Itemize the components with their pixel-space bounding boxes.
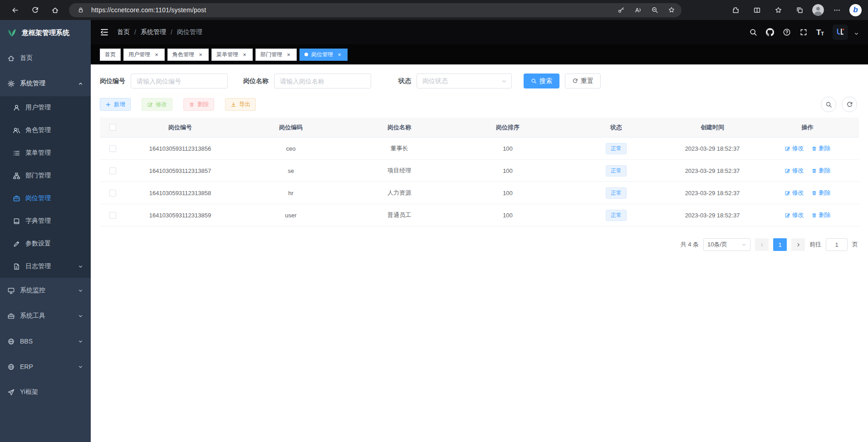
- extensions-icon[interactable]: [727, 2, 744, 18]
- sidebar: 意框架管理系统 首页 系统管理 用户管理: [0, 20, 91, 442]
- row-checkbox[interactable]: [109, 167, 116, 174]
- row-checkbox[interactable]: [109, 212, 116, 219]
- sidebar-item-tools[interactable]: 系统工具: [0, 303, 91, 329]
- fullscreen-icon[interactable]: [799, 28, 808, 36]
- help-icon[interactable]: [783, 28, 791, 36]
- sidebar-toggle-icon[interactable]: [100, 28, 109, 37]
- sidebar-item-monitor[interactable]: 系统监控: [0, 278, 91, 303]
- read-aloud-icon[interactable]: [632, 4, 644, 16]
- github-icon[interactable]: [766, 28, 774, 36]
- status-badge: 正常: [606, 210, 627, 221]
- search-icon[interactable]: [749, 28, 757, 36]
- status-select[interactable]: 岗位状态: [417, 74, 512, 88]
- chevron-left-icon: [760, 242, 765, 247]
- sidebar-item-dept-mgmt[interactable]: 部门管理: [0, 164, 91, 187]
- sidebar-item-home[interactable]: 首页: [0, 45, 91, 71]
- add-button[interactable]: 新增: [100, 98, 131, 111]
- tab-close-icon[interactable]: ×: [285, 51, 292, 58]
- refresh-icon: [31, 6, 39, 14]
- tab-close-icon[interactable]: ×: [153, 51, 160, 58]
- sidebar-item-menu-mgmt[interactable]: 菜单管理: [0, 142, 91, 164]
- sidebar-item-post-mgmt[interactable]: 岗位管理: [0, 187, 91, 210]
- tab-menu-mgmt[interactable]: 菜单管理×: [211, 49, 253, 61]
- next-page-button[interactable]: [791, 238, 805, 251]
- reset-button[interactable]: 重置: [565, 74, 601, 88]
- sidebar-item-yi-framework[interactable]: Yi框架: [0, 379, 91, 405]
- goto-page-input[interactable]: [826, 238, 848, 251]
- sidebar-item-param-settings[interactable]: 参数设置: [0, 232, 91, 255]
- user-avatar[interactable]: [833, 25, 848, 40]
- post-id-input[interactable]: [131, 74, 228, 88]
- copilot-icon[interactable]: b: [849, 4, 862, 16]
- caret-down-icon[interactable]: [854, 31, 859, 36]
- delete-icon: [811, 212, 817, 218]
- refresh-icon: [572, 78, 578, 84]
- tab-user-mgmt[interactable]: 用户管理×: [123, 49, 165, 61]
- delete-link[interactable]: 删除: [811, 189, 831, 197]
- refresh-table-button[interactable]: [842, 97, 857, 112]
- header-actions: TT: [749, 25, 859, 40]
- edit-link[interactable]: 修改: [785, 189, 804, 197]
- tab-home[interactable]: 首页: [100, 49, 121, 61]
- status-badge: 正常: [606, 165, 627, 177]
- page-size-select[interactable]: 10条/页: [703, 238, 750, 251]
- password-key-icon[interactable]: [615, 4, 628, 16]
- breadcrumb-home[interactable]: 首页: [117, 28, 130, 36]
- table-row: 1641030593112313858 hr 人力资源 100 正常 2023-…: [100, 182, 859, 204]
- page-number-current[interactable]: 1: [773, 238, 787, 251]
- sidebar-item-erp[interactable]: ERP: [0, 354, 91, 379]
- text-size-icon[interactable]: TT: [816, 29, 824, 36]
- back-button[interactable]: [6, 2, 24, 18]
- post-name-label: 岗位名称: [243, 77, 269, 85]
- sidebar-item-log-mgmt[interactable]: 日志管理: [0, 255, 91, 278]
- site-info-lock-icon[interactable]: [74, 4, 87, 16]
- toggle-search-button[interactable]: [821, 97, 836, 112]
- edit-link[interactable]: 修改: [785, 167, 804, 175]
- cell-post-code: hr: [235, 190, 347, 196]
- sidebar-item-role-mgmt[interactable]: 角色管理: [0, 119, 91, 142]
- edit-link[interactable]: 修改: [785, 144, 804, 152]
- gear-icon: [7, 80, 15, 88]
- tab-close-icon[interactable]: ×: [197, 51, 204, 58]
- delete-link[interactable]: 删除: [811, 144, 831, 152]
- tab-dept-mgmt[interactable]: 部门管理×: [255, 49, 297, 61]
- column-header-post-sort: 岗位排序: [452, 123, 564, 132]
- edit-button[interactable]: 修改: [142, 98, 172, 111]
- table-row: 1641030593112313856 ceo 董事长 100 正常 2023-…: [100, 138, 859, 160]
- tab-close-icon[interactable]: ×: [241, 51, 248, 58]
- row-checkbox[interactable]: [109, 145, 116, 152]
- delete-link[interactable]: 删除: [811, 211, 831, 219]
- sidebar-item-label: 系统监控: [20, 286, 45, 295]
- sidebar-item-system-mgmt[interactable]: 系统管理: [0, 71, 91, 96]
- add-favorite-star-icon[interactable]: [665, 4, 678, 16]
- sidebar-item-bbs[interactable]: BBS: [0, 329, 91, 354]
- post-name-input[interactable]: [274, 74, 371, 88]
- search-button[interactable]: 搜索: [524, 74, 559, 88]
- sidebar-item-dict-mgmt[interactable]: 字典管理: [0, 210, 91, 232]
- tab-post-mgmt[interactable]: 岗位管理×: [299, 49, 348, 61]
- profile-avatar[interactable]: [812, 4, 824, 16]
- tab-role-mgmt[interactable]: 角色管理×: [167, 49, 209, 61]
- more-menu-icon[interactable]: [828, 2, 845, 18]
- breadcrumb-system[interactable]: 系统管理: [141, 28, 166, 36]
- export-button[interactable]: 导出: [225, 98, 256, 111]
- delete-button[interactable]: 删除: [183, 98, 214, 111]
- favorites-icon[interactable]: [770, 2, 787, 18]
- delete-link[interactable]: 删除: [811, 167, 831, 175]
- cell-created: 2023-03-29 18:52:37: [669, 167, 756, 174]
- row-checkbox[interactable]: [109, 190, 116, 196]
- collections-icon[interactable]: [791, 2, 808, 18]
- address-bar[interactable]: https://ccnetcore.com:1101/system/post: [69, 3, 682, 17]
- split-screen-icon[interactable]: [748, 2, 765, 18]
- zoom-icon[interactable]: [648, 4, 661, 16]
- prev-page-button[interactable]: [755, 238, 769, 251]
- home-button[interactable]: [46, 2, 64, 18]
- search-icon: [531, 78, 537, 84]
- column-header-post-id: 岗位编号: [125, 123, 235, 132]
- refresh-button[interactable]: [26, 2, 44, 18]
- edit-link[interactable]: 修改: [785, 211, 804, 219]
- sidebar-item-user-mgmt[interactable]: 用户管理: [0, 96, 91, 119]
- select-all-checkbox[interactable]: [109, 124, 116, 131]
- tab-close-icon[interactable]: ×: [336, 51, 343, 58]
- url-text[interactable]: https://ccnetcore.com:1101/system/post: [91, 6, 206, 14]
